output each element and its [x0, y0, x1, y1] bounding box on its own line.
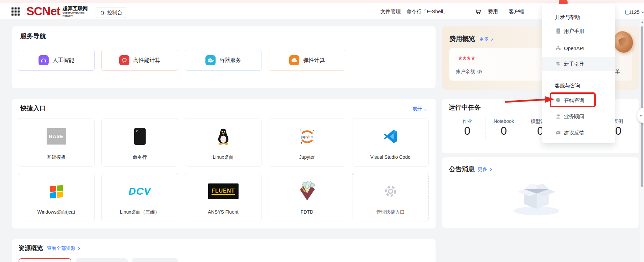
fee-overview-title: 费用概览	[449, 35, 475, 43]
expand-link[interactable]: 展开	[413, 106, 427, 112]
advisor-headset-icon	[555, 113, 561, 119]
announcements-panel: 公告消息 更多	[442, 157, 639, 228]
top-banner-strip	[0, 0, 644, 3]
menu-item-online-consult[interactable]: 在线咨询	[542, 93, 615, 107]
terminal-icon: >_	[102, 126, 178, 147]
quick-card-command-line[interactable]: >_ 命令行	[101, 118, 178, 167]
eye-off-icon[interactable]	[477, 69, 482, 75]
quick-card-jupyter[interactable]: jupyter Jupyter	[269, 118, 345, 167]
home-icon	[100, 10, 105, 15]
resource-tab[interactable]	[132, 258, 178, 262]
scnet-console-page: SCNet 超算互联网 SuperComputing Network 控制台 文…	[0, 0, 644, 262]
windows-icon	[18, 181, 94, 202]
docker-whale-icon	[205, 55, 216, 65]
username-menu[interactable]: i_1125	[625, 9, 644, 15]
quick-card-windows-desktop[interactable]: Windows桌面(ica)	[18, 173, 95, 221]
view-all-resources-link[interactable]: 查看全部资源	[47, 245, 79, 252]
service-card-ai[interactable]: 人工智能	[18, 50, 95, 71]
scnet-logo-text: SCNet	[26, 5, 60, 18]
quick-card-label: FDTD	[269, 209, 345, 215]
dcv-icon: DCV	[102, 181, 178, 202]
menu-item-user-manual[interactable]: ? 用户手册	[542, 24, 615, 38]
service-card-elastic[interactable]: 弹性计算	[269, 50, 345, 71]
scrollbar-thumb[interactable]	[641, 26, 643, 187]
gear-icon	[352, 181, 428, 202]
quick-card-label: Visual Studio Code	[352, 154, 428, 160]
menu-item-openapi[interactable]: OpenAPI	[542, 41, 615, 55]
scnet-logo-subtext: 超算互联网 SuperComputing Network	[63, 5, 88, 17]
resources-panel: 资源概览 查看全部资源	[12, 239, 436, 262]
resource-tab[interactable]	[76, 258, 128, 262]
username-label: i_1125	[625, 9, 640, 15]
quick-card-label: 管理快捷入口	[352, 209, 428, 215]
chevron-right-icon	[490, 38, 493, 41]
user-dropdown-menu: 开发与帮助 ? 用户手册 OpenAPI 新手引导 客服与咨询 在线咨询	[542, 4, 615, 143]
quick-card-linux-desktop[interactable]: Linux桌面	[185, 118, 262, 167]
chevron-right-icon	[489, 168, 492, 171]
nav-fee[interactable]: 费用	[488, 8, 498, 15]
quick-card-label: Linux桌面（三维）	[102, 209, 178, 215]
openapi-icon	[555, 45, 561, 51]
quick-card-label: 命令行	[102, 154, 178, 160]
quick-card-manage-shortcuts[interactable]: 管理快捷入口	[352, 173, 429, 221]
service-nav-panel: 服务导航 人工智能 高性能计算 容器服务 弹性计算	[12, 26, 436, 88]
quick-card-vscode[interactable]: Visual Studio Code	[352, 118, 429, 167]
scnet-logo[interactable]: SCNet 超算互联网 SuperComputing Network	[26, 5, 88, 18]
quick-entry-title: 快捷入口	[20, 104, 46, 113]
quick-card-linux-3d-desktop[interactable]: DCV Linux桌面（三维）	[101, 173, 178, 221]
resources-title: 资源概览	[19, 244, 43, 252]
cloud-icon	[289, 55, 299, 65]
service-card-label: 高性能计算	[133, 57, 160, 64]
ai-icon	[39, 55, 49, 65]
dropdown-divider	[549, 74, 608, 74]
announcements-title: 公告消息	[449, 165, 475, 174]
apps-grid-icon[interactable]	[11, 7, 20, 16]
empty-box-illustration	[511, 175, 562, 217]
chevron-down-icon	[424, 108, 427, 111]
nav-client[interactable]: 客户端	[509, 8, 524, 15]
scrollbar-up-arrow[interactable]	[641, 21, 644, 23]
masked-balance: ****	[459, 55, 476, 65]
menu-item-business-advisor[interactable]: 业务顾问	[542, 110, 615, 123]
dropdown-section-dev-help: 开发与帮助	[555, 14, 580, 21]
nav-file-manager[interactable]: 文件管理	[380, 8, 401, 15]
balance-label: 账户余额	[456, 69, 482, 75]
jupyter-icon: jupyter	[269, 126, 345, 147]
vscode-icon	[352, 126, 428, 147]
resource-tab-active[interactable]	[19, 258, 71, 262]
svg-text:?: ?	[558, 29, 559, 32]
header-divider	[469, 7, 469, 15]
quick-card-label: ANSYS Fluent	[185, 209, 261, 215]
quick-card-ansys-fluent[interactable]: FLUENT ANSYS Fluent	[185, 173, 262, 221]
quick-card-label: 基础模板	[18, 154, 94, 160]
service-card-hpc[interactable]: 高性能计算	[101, 50, 178, 71]
console-button[interactable]: 控制台	[96, 7, 126, 18]
quick-card-base-template[interactable]: BASE 基础模板	[18, 118, 95, 167]
quick-card-label: Linux桌面	[185, 154, 261, 160]
console-button-label: 控制台	[107, 9, 122, 16]
signpost-icon	[555, 61, 561, 67]
cart-icon[interactable]	[474, 8, 482, 15]
dropdown-section-support: 客服与咨询	[555, 83, 580, 89]
quick-card-label: Jupyter	[269, 154, 345, 160]
widget-dot	[640, 115, 642, 116]
quick-card-fdtd[interactable]: FDTD	[269, 173, 345, 221]
manual-book-icon: ?	[555, 28, 561, 34]
chevron-right-icon	[77, 247, 80, 250]
fdtd-icon	[269, 181, 345, 202]
base-template-icon: BASE	[18, 126, 94, 147]
service-card-label: 弹性计算	[303, 57, 325, 64]
announcements-more-link[interactable]: 更多	[478, 167, 491, 173]
chat-bubble-icon	[555, 97, 561, 103]
service-card-container[interactable]: 容器服务	[185, 50, 262, 71]
quick-entry-panel: 快捷入口 展开 BASE 基础模板 >_ 命令行 Linux桌面 jupyter	[12, 99, 436, 228]
fee-more-link[interactable]: 更多	[479, 36, 493, 42]
menu-item-feedback[interactable]: 建议反馈	[542, 126, 615, 139]
service-nav-title: 服务导航	[20, 32, 46, 41]
fee-partial-label: 单	[615, 69, 620, 75]
menu-item-newbie-guide[interactable]: 新手引导	[542, 57, 615, 71]
linux-tux-icon	[185, 126, 261, 147]
quick-card-label: Windows桌面(ica)	[18, 209, 94, 215]
service-card-label: 人工智能	[53, 57, 74, 64]
nav-command-line-eshell[interactable]: 命令行「E-Shell」	[406, 8, 448, 15]
